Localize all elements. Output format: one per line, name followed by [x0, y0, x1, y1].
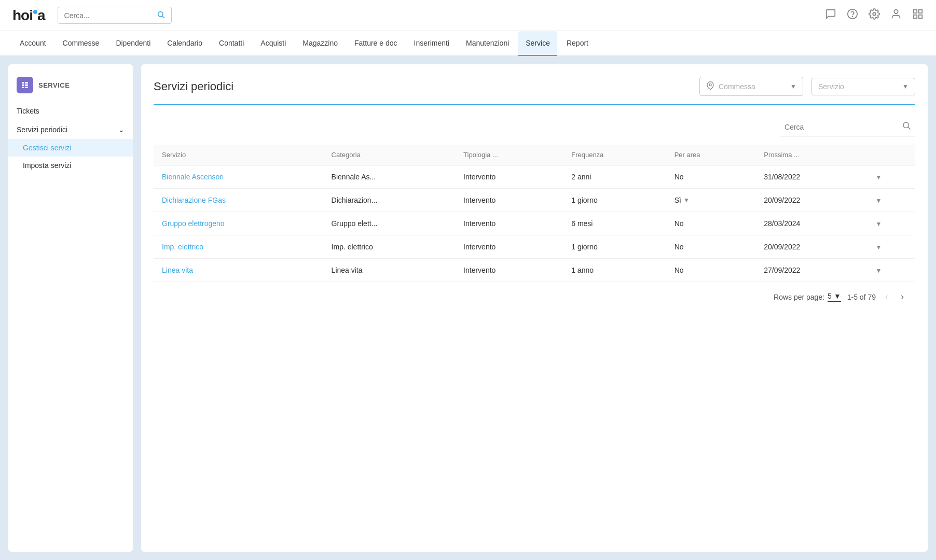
sidebar-item-gestisci-servizi[interactable]: Gestisci servizi — [8, 139, 133, 157]
help-icon[interactable] — [847, 8, 858, 22]
global-search-bar[interactable] — [58, 7, 172, 24]
user-icon[interactable] — [890, 8, 902, 22]
pagination-range: 1-5 of 79 — [847, 293, 876, 301]
sidebar: SERVICE Tickets Servizi periodici ⌄ Gest… — [8, 64, 133, 552]
pagination-prev-button[interactable]: ‹ — [882, 290, 891, 303]
sidebar-item-imposta-servizi[interactable]: Imposta servizi — [8, 157, 133, 174]
row-expand-button[interactable]: ▼ — [875, 197, 882, 204]
servizio-link[interactable]: Imp. elettrico — [162, 243, 203, 251]
servizio-link[interactable]: Gruppo elettrogeno — [162, 219, 225, 228]
col-servizio: Servizio — [154, 145, 323, 165]
svg-point-17 — [903, 122, 909, 128]
cell-per-area: Sì▼ — [666, 189, 756, 212]
row-expand-button[interactable]: ▼ — [875, 220, 882, 228]
page-header: Servizi periodici Commessa ▼ Servizio ▼ — [154, 77, 915, 105]
servizio-link[interactable]: Dichiarazione FGas — [162, 196, 226, 204]
cell-servizio: Linea vita — [154, 259, 323, 282]
cell-per-area: No — [666, 259, 756, 282]
svg-rect-13 — [25, 82, 28, 83]
row-expand-button[interactable]: ▼ — [875, 174, 882, 181]
cell-servizio: Imp. elettrico — [154, 235, 323, 259]
servizio-link[interactable]: Linea vita — [162, 266, 193, 274]
svg-rect-10 — [22, 82, 24, 83]
nav-item-account[interactable]: Account — [12, 31, 53, 56]
row-expand-button[interactable]: ▼ — [875, 267, 882, 274]
cell-frequenza: 1 giorno — [563, 189, 666, 212]
cell-categoria: Dichiarazion... — [323, 189, 455, 212]
table-row: Gruppo elettrogenoGruppo elett...Interve… — [154, 212, 915, 235]
table-row: Dichiarazione FGasDichiarazion...Interve… — [154, 189, 915, 212]
svg-line-1 — [162, 16, 164, 18]
cell-frequenza: 1 anno — [563, 259, 666, 282]
svg-point-16 — [709, 84, 711, 86]
cell-per-area: No — [666, 165, 756, 189]
servizio-filter-arrow: ▼ — [902, 83, 909, 90]
nav-item-dipendenti[interactable]: Dipendenti — [108, 31, 158, 56]
services-table: Servizio Categoria Tipologia ... Frequen… — [154, 145, 915, 282]
servizio-filter-label: Servizio — [818, 82, 902, 91]
pin-icon — [706, 81, 714, 91]
svg-line-18 — [908, 127, 910, 129]
settings-icon[interactable] — [869, 8, 880, 22]
cell-prossima: 31/08/2022 — [755, 165, 867, 189]
table-search-input[interactable] — [784, 123, 902, 131]
main-layout: SERVICE Tickets Servizi periodici ⌄ Gest… — [0, 56, 936, 560]
nav-item-service[interactable]: Service — [518, 31, 557, 56]
rows-per-page-label: Rows per page: — [774, 293, 824, 301]
nav-item-magazzino[interactable]: Magazzino — [295, 31, 345, 56]
nav-item-fatture[interactable]: Fatture e doc — [347, 31, 405, 56]
sidebar-item-tickets[interactable]: Tickets — [8, 102, 133, 120]
nav-item-manutenzioni[interactable]: Manutenzioni — [459, 31, 516, 56]
per-area-dropdown-arrow[interactable]: ▼ — [683, 197, 690, 204]
cell-tipologia: Intervento — [455, 259, 563, 282]
nav-item-calendario[interactable]: Calendario — [160, 31, 210, 56]
table-body: Biennale AscensoriBiennale As...Interven… — [154, 165, 915, 282]
cell-frequenza: 1 giorno — [563, 235, 666, 259]
global-search-input[interactable] — [64, 11, 154, 20]
header: hoia — [0, 0, 936, 31]
cell-frequenza: 2 anni — [563, 165, 666, 189]
cell-prossima: 20/09/2022 — [755, 189, 867, 212]
commessa-filter-arrow: ▼ — [790, 83, 796, 90]
svg-point-0 — [158, 12, 162, 17]
sidebar-module-label: SERVICE — [38, 81, 70, 89]
servizio-link[interactable]: Biennale Ascensori — [162, 173, 224, 181]
svg-rect-15 — [25, 87, 28, 88]
nav-item-commesse[interactable]: Commesse — [56, 31, 107, 56]
col-tipologia: Tipologia ... — [455, 145, 563, 165]
nav-item-acquisti[interactable]: Acquisti — [253, 31, 293, 56]
cell-per-area: No — [666, 235, 756, 259]
main-nav: Account Commesse Dipendenti Calendario C… — [0, 31, 936, 56]
table-row: Imp. elettricoImp. elettricoIntervento1 … — [154, 235, 915, 259]
row-expand-button[interactable]: ▼ — [875, 244, 882, 251]
cell-expand: ▼ — [867, 235, 915, 259]
sidebar-module-icon — [17, 77, 33, 93]
search-row — [154, 118, 915, 136]
commessa-filter[interactable]: Commessa ▼ — [699, 77, 803, 96]
rows-per-page-value: 5 — [828, 292, 832, 300]
col-frequenza: Frequenza — [563, 145, 666, 165]
svg-rect-7 — [919, 10, 922, 13]
table-header: Servizio Categoria Tipologia ... Frequen… — [154, 145, 915, 165]
cell-categoria: Gruppo elett... — [323, 212, 455, 235]
sidebar-section-label: Servizi periodici — [17, 125, 67, 134]
nav-item-inserimenti[interactable]: Inserimenti — [407, 31, 457, 56]
cell-servizio: Gruppo elettrogeno — [154, 212, 323, 235]
svg-point-4 — [873, 12, 876, 16]
grid-icon[interactable] — [912, 8, 924, 22]
nav-item-contatti[interactable]: Contatti — [212, 31, 251, 56]
nav-item-report[interactable]: Report — [559, 31, 596, 56]
col-categoria: Categoria — [323, 145, 455, 165]
pagination: Rows per page: 5 ▼ 1-5 of 79 ‹ › — [154, 282, 915, 305]
svg-rect-8 — [914, 15, 917, 18]
chat-icon[interactable] — [825, 8, 836, 22]
table-search-bar[interactable] — [780, 118, 915, 136]
servizio-filter[interactable]: Servizio ▼ — [811, 78, 915, 95]
header-icons — [825, 8, 924, 22]
cell-tipologia: Intervento — [455, 212, 563, 235]
pagination-next-button[interactable]: › — [898, 290, 907, 303]
rows-per-page-select[interactable]: 5 ▼ — [828, 292, 841, 302]
cell-prossima: 27/09/2022 — [755, 259, 867, 282]
cell-expand: ▼ — [867, 259, 915, 282]
sidebar-section-servizi-periodici[interactable]: Servizi periodici ⌄ — [8, 120, 133, 139]
